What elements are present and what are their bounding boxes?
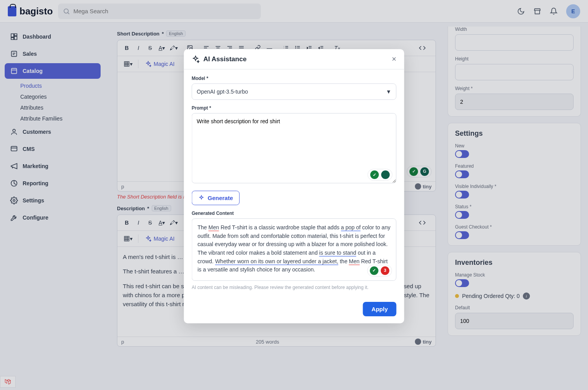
grammarly-error-count[interactable]: 3 (381, 266, 390, 275)
generate-button[interactable]: Generate (192, 191, 240, 205)
generated-label: Generated Content (192, 211, 397, 216)
generated-content[interactable]: The Men Red T-shirt is a classic wardrob… (192, 218, 397, 281)
ai-assistance-modal: AI Assistance × Model * OpenAI gpt-3.5-t… (184, 49, 404, 323)
ai-disclaimer: AI content can be misleading. Please rev… (192, 285, 397, 290)
prompt-label: Prompt * (192, 105, 397, 111)
grammar-badges: ✓ (368, 169, 393, 181)
grammarly-icon[interactable]: ✓ (370, 170, 379, 179)
grammarly-status-icon[interactable] (381, 170, 390, 179)
modal-close-button[interactable]: × (392, 55, 397, 64)
grammarly-icon[interactable]: ✓ (370, 266, 379, 275)
model-select[interactable]: OpenAI gpt-3.5-turbo ▼ (192, 83, 397, 100)
grammar-badges: ✓ 3 (367, 265, 392, 277)
modal-title: AI Assistance (204, 55, 247, 63)
sparkle-icon (198, 195, 205, 201)
apply-button[interactable]: Apply (363, 302, 397, 316)
model-label: Model * (192, 76, 397, 81)
sparkle-icon (192, 55, 200, 63)
prompt-textarea[interactable] (192, 113, 397, 183)
modal-header: AI Assistance × (184, 49, 404, 69)
chevron-down-icon: ▼ (386, 89, 391, 95)
